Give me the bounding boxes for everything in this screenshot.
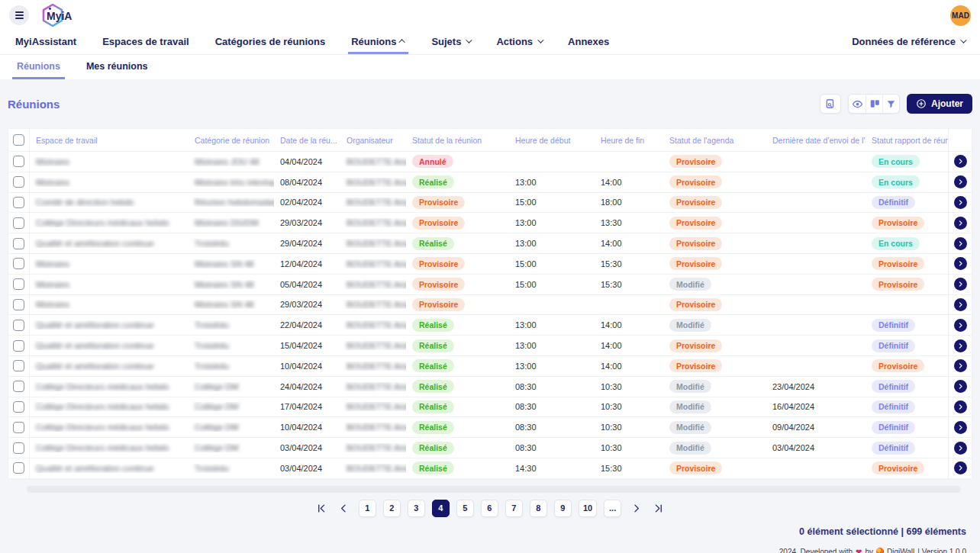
workspace-cell: Qualité et amélioration continue bbox=[36, 341, 154, 350]
pagination-prev-button[interactable] bbox=[337, 500, 352, 516]
row-detail-button[interactable] bbox=[954, 380, 967, 393]
table-row[interactable]: Mistraies Mistraies SN 48 29/03/2024 BOU… bbox=[8, 295, 972, 316]
tab-mes-reunions[interactable]: Mes réunions bbox=[82, 55, 153, 79]
table-row[interactable]: Qualité et amélioration continue Troisiè… bbox=[8, 356, 972, 377]
header-date-de-la-reunion[interactable]: Date de la réu... bbox=[274, 136, 340, 145]
row-checkbox[interactable] bbox=[13, 340, 24, 352]
pagination-ellipsis[interactable]: ... bbox=[604, 500, 621, 517]
pagination-page-3[interactable]: 3 bbox=[408, 500, 425, 517]
pagination-page-1[interactable]: 1 bbox=[359, 500, 376, 517]
horizontal-scrollbar[interactable] bbox=[27, 486, 961, 493]
table-row[interactable]: Mistraies Mistraies JOU 48 04/04/2024 BO… bbox=[8, 152, 972, 172]
row-checkbox[interactable] bbox=[13, 176, 24, 188]
table-row[interactable]: Qualité et amélioration continue Troisiè… bbox=[8, 458, 972, 479]
add-button[interactable]: Ajouter bbox=[907, 94, 972, 114]
row-checkbox[interactable] bbox=[13, 401, 24, 413]
row-detail-button[interactable] bbox=[954, 298, 967, 311]
row-checkbox[interactable] bbox=[13, 197, 24, 208]
nav-item-donnees-de-reference[interactable]: Données de référence bbox=[849, 31, 968, 54]
filter-button[interactable] bbox=[882, 95, 899, 113]
meeting-status-cell: Réalisé bbox=[406, 421, 509, 434]
row-detail-button[interactable] bbox=[954, 400, 967, 413]
row-checkbox[interactable] bbox=[13, 320, 24, 331]
row-checkbox[interactable] bbox=[13, 381, 24, 392]
table-row[interactable]: Collège Directeurs médicaux hebdo Collèg… bbox=[8, 397, 972, 418]
nav-item-espaces-de-travail[interactable]: Espaces de travail bbox=[99, 31, 192, 54]
user-avatar[interactable]: MAD bbox=[950, 5, 971, 26]
row-detail-button[interactable] bbox=[954, 339, 967, 352]
row-detail-button[interactable] bbox=[954, 217, 967, 230]
table-row[interactable]: Collège Directeurs médicaux hebdo Collèg… bbox=[8, 377, 972, 397]
menu-button[interactable] bbox=[9, 5, 29, 25]
table-row[interactable]: Qualité et amélioration continue Troisiè… bbox=[8, 336, 972, 356]
header-statut-rapport[interactable]: Statut rapport de réunion bbox=[866, 136, 948, 145]
row-checkbox[interactable] bbox=[13, 217, 24, 229]
chevron-right-icon bbox=[957, 240, 964, 247]
app-logo[interactable]: MyiA bbox=[40, 2, 96, 28]
pagination-page-5[interactable]: 5 bbox=[456, 500, 474, 517]
pagination-page-10[interactable]: 10 bbox=[579, 500, 597, 517]
pagination-page-7[interactable]: 7 bbox=[505, 500, 523, 517]
header-derniere-date-envoi[interactable]: Dernière date d'envoi de l'a... bbox=[766, 136, 866, 145]
pagination-last-button[interactable] bbox=[650, 500, 666, 516]
row-detail-button[interactable] bbox=[954, 359, 967, 372]
row-detail-button[interactable] bbox=[954, 421, 967, 434]
table-row[interactable]: Mistraies Mistraies SN 48 12/04/2024 BOU… bbox=[8, 254, 972, 275]
agenda-status-cell: Modifié bbox=[663, 442, 766, 455]
header-categorie-de-reunion[interactable]: Catégorie de réunion bbox=[189, 136, 274, 145]
saved-search-button[interactable] bbox=[820, 94, 841, 114]
row-detail-button[interactable] bbox=[954, 196, 967, 209]
table-row[interactable]: Qualité et amélioration continue Troisiè… bbox=[8, 315, 972, 336]
row-detail-button[interactable] bbox=[954, 442, 967, 455]
header-heure-de-fin[interactable]: Heure de fin bbox=[595, 136, 663, 145]
row-checkbox[interactable] bbox=[13, 462, 24, 474]
pagination-page-2[interactable]: 2 bbox=[383, 500, 401, 517]
row-detail-button[interactable] bbox=[954, 278, 967, 291]
nav-item-reunions[interactable]: Réunions bbox=[348, 31, 408, 54]
row-checkbox[interactable] bbox=[13, 156, 24, 167]
table-row[interactable]: Mistraies Mistraies très interéquipe 08/… bbox=[8, 172, 972, 193]
table-row[interactable]: Collège Directeurs médicaux hebdo Collèg… bbox=[8, 417, 972, 438]
pagination-first-button[interactable] bbox=[314, 500, 330, 516]
row-detail-button[interactable] bbox=[954, 257, 967, 270]
nav-item-annexes[interactable]: Annexes bbox=[565, 31, 612, 54]
header-espace-de-travail[interactable]: Espace de travail bbox=[30, 136, 189, 145]
row-checkbox[interactable] bbox=[13, 442, 24, 454]
report-status-cell: En cours bbox=[866, 237, 948, 250]
table-row[interactable]: Qualité et amélioration continue Troisiè… bbox=[8, 233, 972, 254]
visibility-button[interactable] bbox=[849, 95, 866, 113]
table-row[interactable]: Collège Directeurs médicaux hebdo Collèg… bbox=[8, 438, 972, 458]
row-checkbox[interactable] bbox=[13, 360, 24, 371]
tab-reunions[interactable]: Réunions bbox=[12, 55, 65, 79]
nav-item-actions[interactable]: Actions bbox=[493, 31, 545, 54]
header-statut-de-l-agenda[interactable]: Statut de l'agenda bbox=[663, 136, 766, 145]
pagination-page-9[interactable]: 9 bbox=[554, 500, 572, 517]
table-row[interactable]: Mistraies Mistraies SN 48 05/04/2024 BOU… bbox=[8, 275, 972, 295]
table-row[interactable]: Comité de direction hebdo Réunion hebdom… bbox=[8, 193, 972, 214]
table-row[interactable]: Collège Directeurs médicaux hebdo Mistra… bbox=[8, 213, 972, 233]
nav-item-myiassistant[interactable]: MyiAssistant bbox=[12, 31, 79, 54]
row-checkbox[interactable] bbox=[13, 258, 24, 269]
row-detail-button[interactable] bbox=[954, 175, 967, 188]
header-statut-de-la-reunion[interactable]: Statut de la réunion bbox=[406, 136, 509, 145]
row-detail-button[interactable] bbox=[954, 319, 967, 332]
pagination-page-4[interactable]: 4 bbox=[432, 500, 450, 517]
row-checkbox[interactable] bbox=[13, 422, 24, 433]
header-heure-de-debut[interactable]: Heure de début bbox=[509, 136, 595, 145]
nav-item-sujets[interactable]: Sujets bbox=[428, 31, 473, 54]
header-organisateur[interactable]: Organisateur bbox=[340, 136, 406, 145]
row-detail-button[interactable] bbox=[954, 237, 967, 250]
nav-item-categories-de-reunions[interactable]: Catégories de réunions bbox=[212, 31, 328, 54]
select-all-checkbox[interactable] bbox=[13, 134, 24, 146]
digiwall-logo-icon bbox=[876, 548, 884, 553]
row-checkbox[interactable] bbox=[13, 299, 24, 310]
row-checkbox[interactable] bbox=[13, 278, 24, 290]
svg-text:MyiA: MyiA bbox=[47, 10, 72, 22]
pagination-page-6[interactable]: 6 bbox=[481, 500, 498, 517]
pagination-next-button[interactable] bbox=[628, 500, 643, 516]
pagination-page-8[interactable]: 8 bbox=[530, 500, 547, 517]
row-checkbox[interactable] bbox=[13, 238, 24, 249]
columns-button[interactable] bbox=[866, 95, 882, 113]
row-detail-button[interactable] bbox=[954, 155, 967, 168]
row-detail-button[interactable] bbox=[954, 461, 967, 474]
